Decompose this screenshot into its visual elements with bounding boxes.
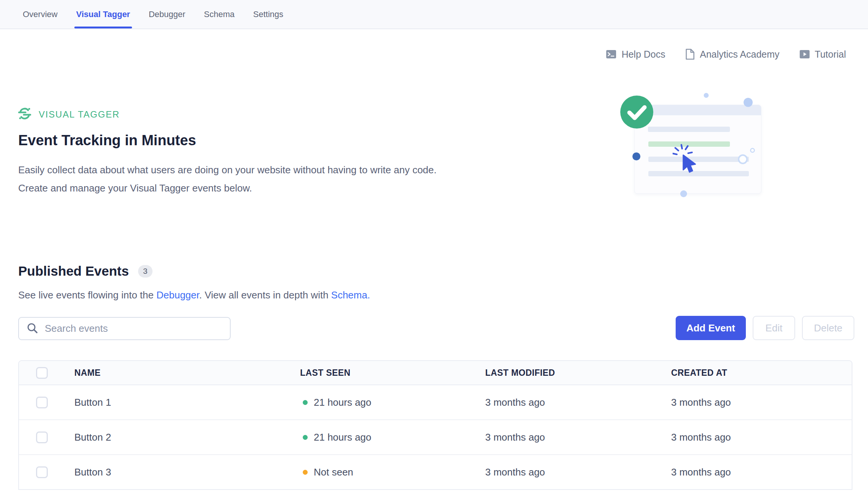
document-icon: [685, 49, 695, 60]
help-links-row: Help Docs Analytics Academy Tutorial: [606, 49, 846, 60]
column-header-last-seen: LAST SEEN: [300, 368, 485, 378]
last-seen-value: 21 hours ago: [314, 432, 371, 443]
tab-settings[interactable]: Settings: [253, 0, 283, 28]
last-seen-value: 21 hours ago: [314, 397, 371, 408]
decor-dot: [680, 190, 687, 197]
tab-schema[interactable]: Schema: [204, 0, 235, 28]
success-check-icon: [620, 96, 653, 129]
table-header-row: NAME LAST SEEN LAST MODIFIED CREATED AT: [19, 361, 852, 385]
visual-tagger-illustration: [620, 93, 764, 203]
description-line-1: Easily collect data about what users are…: [18, 161, 437, 179]
last-modified-value: 3 months ago: [485, 466, 671, 478]
illustration-card-header: [635, 105, 761, 115]
row-checkbox[interactable]: [36, 466, 48, 478]
column-header-name: NAME: [74, 368, 300, 378]
analytics-academy-link[interactable]: Analytics Academy: [685, 49, 780, 60]
search-events-input[interactable]: [44, 322, 230, 335]
row-checkbox[interactable]: [36, 432, 48, 443]
debugger-link[interactable]: Debugger: [156, 289, 199, 301]
tutorial-link[interactable]: Tutorial: [799, 49, 846, 60]
decor-dot: [704, 93, 709, 98]
eyebrow-label: VISUAL TAGGER: [39, 109, 120, 120]
column-header-last-modified: LAST MODIFIED: [485, 368, 671, 378]
created-at-value: 3 months ago: [671, 397, 852, 408]
description-line-2: Create and manage your Visual Tagger eve…: [18, 179, 437, 197]
status-dot: [303, 435, 308, 440]
status-dot: [303, 470, 308, 475]
analytics-academy-label: Analytics Academy: [700, 49, 780, 60]
published-events-table: NAME LAST SEEN LAST MODIFIED CREATED AT …: [18, 360, 852, 490]
table-row[interactable]: Button 2 21 hours ago 3 months ago 3 mon…: [19, 420, 852, 455]
status-dot: [303, 400, 308, 405]
tutorial-label: Tutorial: [815, 49, 846, 60]
created-at-value: 3 months ago: [671, 466, 852, 478]
top-navigation: Overview Visual Tagger Debugger Schema S…: [0, 0, 868, 29]
select-all-checkbox[interactable]: [36, 367, 48, 379]
search-icon: [27, 322, 38, 335]
terminal-window-icon: [606, 49, 616, 60]
published-events-subtext: See live events flowing into the Debugge…: [18, 289, 370, 301]
created-at-value: 3 months ago: [671, 432, 852, 443]
published-events-title: Published Events: [18, 264, 129, 279]
page-title: Event Tracking in Minutes: [18, 132, 196, 149]
help-docs-link[interactable]: Help Docs: [606, 49, 665, 60]
event-name: Button 1: [74, 397, 300, 408]
last-seen-value: Not seen: [314, 466, 353, 478]
event-name: Button 3: [74, 466, 300, 478]
tab-visual-tagger[interactable]: Visual Tagger: [76, 0, 130, 28]
decor-dot: [744, 98, 753, 107]
table-row[interactable]: Button 1 21 hours ago 3 months ago 3 mon…: [19, 385, 852, 420]
decor-ring: [738, 154, 748, 164]
schema-link[interactable]: Schema: [331, 289, 367, 301]
table-row[interactable]: Button 3 Not seen 3 months ago 3 months …: [19, 455, 852, 489]
video-play-icon: [799, 49, 810, 60]
event-name: Button 2: [74, 432, 300, 443]
column-header-created-at: CREATED AT: [671, 368, 852, 378]
edit-button[interactable]: Edit: [753, 316, 795, 340]
published-events-header: Published Events 3: [18, 264, 153, 279]
segment-logo-icon: [18, 106, 31, 123]
search-events-box[interactable]: [18, 317, 231, 340]
row-checkbox[interactable]: [36, 397, 48, 408]
tab-debugger[interactable]: Debugger: [149, 0, 186, 28]
decor-dot: [632, 152, 640, 160]
page-description: Easily collect data about what users are…: [18, 161, 437, 197]
tab-overview[interactable]: Overview: [23, 0, 58, 28]
illustration-card: [634, 105, 761, 194]
event-actions: Add Event Edit Delete: [676, 316, 854, 340]
visual-tagger-eyebrow: VISUAL TAGGER: [18, 107, 120, 122]
last-modified-value: 3 months ago: [485, 432, 671, 443]
add-event-button[interactable]: Add Event: [676, 316, 746, 340]
decor-ring: [750, 148, 755, 153]
event-count-badge: 3: [138, 265, 153, 278]
last-modified-value: 3 months ago: [485, 397, 671, 408]
delete-button[interactable]: Delete: [802, 316, 854, 340]
help-docs-label: Help Docs: [621, 49, 665, 60]
